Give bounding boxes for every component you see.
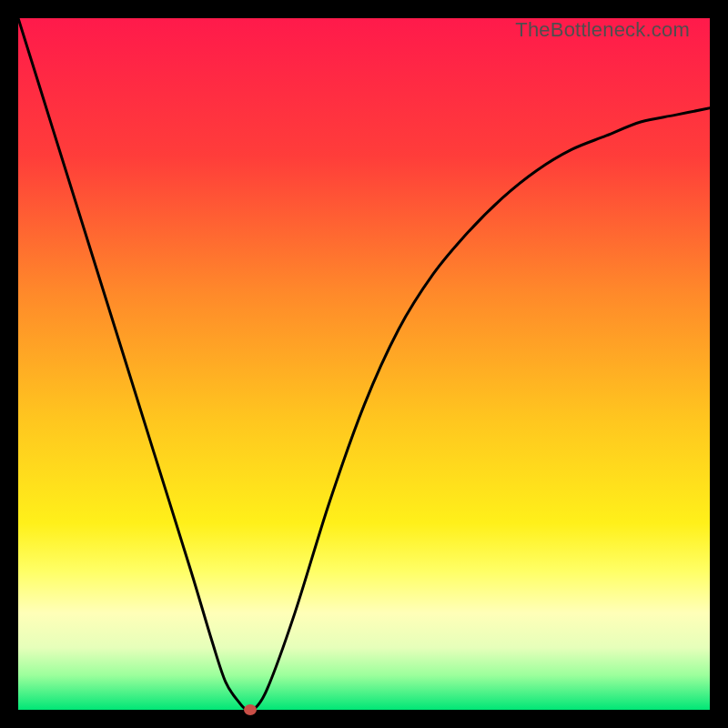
watermark-text: TheBottleneck.com (515, 18, 690, 42)
chart-frame: TheBottleneck.com (18, 18, 710, 710)
optimal-point-marker (244, 704, 257, 715)
bottleneck-curve (18, 18, 710, 710)
